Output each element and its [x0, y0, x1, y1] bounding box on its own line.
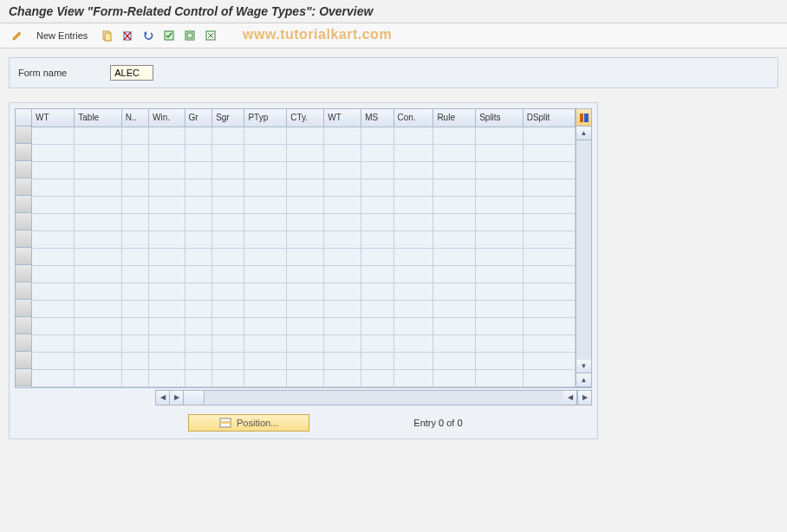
- table-cell[interactable]: [32, 317, 75, 334]
- table-cell[interactable]: [287, 230, 324, 248]
- table-cell[interactable]: [394, 196, 433, 213]
- table-cell[interactable]: [287, 213, 324, 230]
- table-cell[interactable]: [324, 248, 361, 265]
- table-cell[interactable]: [433, 230, 476, 248]
- table-cell[interactable]: [244, 300, 287, 317]
- table-cell[interactable]: [212, 352, 244, 369]
- column-header[interactable]: Con.: [394, 109, 433, 127]
- row-selector[interactable]: [16, 178, 31, 196]
- row-selector[interactable]: [16, 369, 31, 386]
- table-cell[interactable]: [324, 317, 361, 334]
- table-cell[interactable]: [244, 317, 287, 334]
- table-cell[interactable]: [244, 161, 287, 178]
- table-cell[interactable]: [32, 178, 75, 196]
- column-header[interactable]: DSplit: [523, 109, 575, 127]
- table-cell[interactable]: [244, 144, 287, 161]
- column-header[interactable]: Rule: [433, 109, 476, 127]
- table-cell[interactable]: [394, 230, 433, 248]
- table-cell[interactable]: [361, 300, 394, 317]
- new-entries-button[interactable]: New Entries: [29, 29, 94, 42]
- table-cell[interactable]: [121, 230, 148, 248]
- table-cell[interactable]: [121, 178, 148, 196]
- table-cell[interactable]: [394, 178, 433, 196]
- table-cell[interactable]: [75, 213, 122, 230]
- table-cell[interactable]: [523, 161, 575, 178]
- table-cell[interactable]: [287, 265, 324, 282]
- table-cell[interactable]: [244, 178, 287, 196]
- table-cell[interactable]: [523, 248, 575, 265]
- table-cell[interactable]: [185, 248, 212, 265]
- table-cell[interactable]: [185, 144, 212, 161]
- table-cell[interactable]: [523, 213, 575, 230]
- column-header[interactable]: WT: [324, 109, 361, 127]
- table-cell[interactable]: [149, 352, 185, 369]
- table-cell[interactable]: [394, 161, 433, 178]
- row-selector[interactable]: [16, 213, 31, 230]
- table-cell[interactable]: [361, 282, 394, 300]
- table-cell[interactable]: [476, 369, 524, 386]
- scroll-right-button[interactable]: ▶: [170, 391, 184, 405]
- table-cell[interactable]: [433, 196, 476, 213]
- table-cell[interactable]: [244, 127, 287, 144]
- select-all-icon[interactable]: [160, 27, 178, 44]
- table-cell[interactable]: [121, 265, 148, 282]
- table-cell[interactable]: [75, 161, 122, 178]
- scroll-left-end-button[interactable]: ◀: [563, 391, 577, 405]
- table-cell[interactable]: [212, 178, 244, 196]
- table-cell[interactable]: [361, 196, 394, 213]
- table-cell[interactable]: [476, 144, 524, 161]
- table-cell[interactable]: [287, 144, 324, 161]
- table-cell[interactable]: [476, 213, 524, 230]
- table-cell[interactable]: [75, 144, 122, 161]
- table-cell[interactable]: [75, 282, 122, 300]
- scroll-left-button[interactable]: ◀: [156, 391, 170, 405]
- table-cell[interactable]: [75, 265, 122, 282]
- scroll-up-button[interactable]: ▲: [576, 127, 591, 140]
- table-cell[interactable]: [394, 369, 433, 386]
- table-cell[interactable]: [523, 369, 575, 386]
- row-selector[interactable]: [16, 161, 31, 178]
- table-cell[interactable]: [32, 213, 75, 230]
- column-header[interactable]: Gr: [185, 109, 212, 127]
- table-cell[interactable]: [287, 317, 324, 334]
- table-cell[interactable]: [394, 248, 433, 265]
- table-cell[interactable]: [32, 144, 75, 161]
- table-cell[interactable]: [185, 300, 212, 317]
- table-cell[interactable]: [32, 352, 75, 369]
- column-header[interactable]: CTy.: [287, 109, 324, 127]
- table-cell[interactable]: [394, 282, 433, 300]
- row-selector[interactable]: [16, 334, 31, 352]
- table-cell[interactable]: [287, 334, 324, 352]
- table-cell[interactable]: [324, 178, 361, 196]
- column-header[interactable]: Splits: [476, 109, 524, 127]
- table-cell[interactable]: [287, 352, 324, 369]
- table-cell[interactable]: [149, 282, 185, 300]
- table-cell[interactable]: [75, 317, 122, 334]
- table-cell[interactable]: [324, 352, 361, 369]
- table-cell[interactable]: [433, 248, 476, 265]
- table-cell[interactable]: [32, 161, 75, 178]
- table-cell[interactable]: [244, 282, 287, 300]
- table-cell[interactable]: [433, 127, 476, 144]
- table-cell[interactable]: [324, 196, 361, 213]
- table-cell[interactable]: [212, 161, 244, 178]
- table-cell[interactable]: [324, 213, 361, 230]
- row-selector[interactable]: [16, 265, 31, 282]
- vertical-scroll-track[interactable]: [576, 140, 591, 360]
- table-cell[interactable]: [433, 178, 476, 196]
- table-cell[interactable]: [287, 178, 324, 196]
- table-cell[interactable]: [149, 144, 185, 161]
- table-cell[interactable]: [523, 144, 575, 161]
- table-cell[interactable]: [324, 230, 361, 248]
- table-settings-icon[interactable]: [576, 109, 591, 127]
- table-cell[interactable]: [433, 144, 476, 161]
- table-cell[interactable]: [149, 369, 185, 386]
- table-cell[interactable]: [244, 230, 287, 248]
- row-selector[interactable]: [16, 230, 31, 248]
- table-cell[interactable]: [361, 248, 394, 265]
- table-cell[interactable]: [244, 369, 287, 386]
- table-cell[interactable]: [287, 127, 324, 144]
- table-cell[interactable]: [244, 334, 287, 352]
- table-cell[interactable]: [287, 282, 324, 300]
- table-cell[interactable]: [523, 178, 575, 196]
